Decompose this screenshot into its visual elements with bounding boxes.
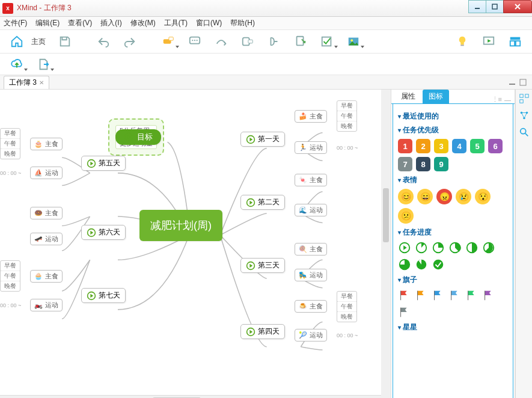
priority-6[interactable]: 6: [488, 139, 503, 153]
vertical-scrollbar[interactable]: [381, 90, 391, 398]
priority-5[interactable]: 5: [470, 139, 485, 153]
relationship-button[interactable]: [209, 32, 233, 51]
emoji-angry[interactable]: 😠: [436, 189, 452, 204]
minimize-button[interactable]: [468, 0, 486, 13]
summary-button[interactable]: [262, 32, 286, 51]
flag-purple[interactable]: [482, 289, 495, 302]
meals-list[interactable]: 早餐午餐晚餐: [337, 100, 357, 132]
topic-button[interactable]: [156, 32, 180, 51]
goal-boundary[interactable]: 目标 5公斤每周 更多运动量: [108, 118, 164, 156]
node-sport[interactable]: 🛹 运动: [30, 233, 63, 245]
priority-1[interactable]: 1: [398, 139, 412, 153]
node-sport[interactable]: 🏃 运动: [295, 141, 327, 154]
menu-edit[interactable]: 编辑(E): [35, 18, 60, 28]
priority-4[interactable]: 4: [452, 139, 466, 153]
center-topic[interactable]: 减肥计划(周): [139, 210, 222, 241]
priority-3[interactable]: 3: [434, 139, 448, 153]
idea-button[interactable]: [450, 32, 474, 51]
node-food[interactable]: 🧁 主食: [30, 270, 63, 283]
node-day2[interactable]: 第二天: [240, 195, 285, 210]
node-day1[interactable]: 第一天: [240, 132, 285, 147]
redo-button[interactable]: [118, 32, 142, 51]
present-button[interactable]: [477, 32, 501, 51]
progress-75[interactable]: [398, 258, 411, 271]
node-food[interactable]: 🍮 主食: [295, 300, 327, 313]
node-food[interactable]: 🍰 主食: [295, 110, 327, 123]
flag-cyan[interactable]: [448, 289, 462, 302]
canvas[interactable]: 减肥计划(周) 目标 5公斤每周 更多运动量 第一天 第二天 第三天 第四天 第…: [0, 90, 391, 398]
progress-25[interactable]: [432, 241, 445, 254]
emoji-grin[interactable]: 😄: [417, 189, 433, 204]
undo-button[interactable]: [91, 32, 115, 51]
outline-icon[interactable]: [519, 93, 530, 104]
menu-modify[interactable]: 修改(M): [130, 18, 156, 28]
meals-list[interactable]: 早餐午餐晚餐: [337, 291, 357, 322]
search-icon[interactable]: [519, 127, 530, 138]
progress-0[interactable]: [398, 241, 411, 254]
progress-100[interactable]: [432, 258, 445, 271]
section-stars[interactable]: 星星: [398, 322, 508, 332]
tab-attributes[interactable]: 属性: [395, 90, 421, 103]
tab-close-icon[interactable]: ✕: [39, 79, 44, 86]
section-progress[interactable]: 任务进度: [398, 227, 508, 237]
flag-orange[interactable]: [415, 289, 428, 302]
node-day3[interactable]: 第三天: [240, 258, 285, 273]
priority-2[interactable]: 2: [416, 139, 430, 153]
attach-button[interactable]: [289, 32, 313, 51]
node-sport[interactable]: 🏍️ 运动: [30, 299, 63, 311]
sidebar-menu-icon[interactable]: ⋮≡: [492, 96, 502, 103]
maximize-button[interactable]: [486, 0, 504, 13]
goal-node[interactable]: 目标: [115, 129, 161, 145]
section-recent[interactable]: 最近使用的: [398, 111, 508, 121]
progress-50[interactable]: [465, 241, 478, 254]
layout-button[interactable]: [503, 32, 527, 51]
progress-87[interactable]: [415, 258, 428, 271]
menu-tools[interactable]: 工具(T): [164, 18, 188, 28]
task-button[interactable]: [315, 32, 339, 51]
tab-workbook[interactable]: 工作簿 3 ✕: [4, 76, 49, 89]
priority-9[interactable]: 9: [434, 157, 448, 171]
node-food[interactable]: 🍭 主食: [295, 243, 327, 256]
flag-red[interactable]: [398, 289, 411, 302]
emoji-smile[interactable]: 😊: [398, 189, 414, 204]
flag-gray[interactable]: [398, 305, 411, 319]
progress-62[interactable]: [482, 241, 495, 254]
node-day5[interactable]: 第五天: [81, 156, 126, 171]
node-food[interactable]: 🍬 主食: [295, 174, 327, 186]
node-day6[interactable]: 第六天: [81, 225, 126, 240]
menu-insert[interactable]: 插入(I): [100, 18, 121, 28]
menu-file[interactable]: 文件(F): [4, 18, 27, 28]
emoji-meh[interactable]: 😕: [398, 208, 414, 224]
emoji-surprise[interactable]: 😯: [475, 189, 491, 204]
menu-window[interactable]: 窗口(W): [196, 18, 222, 28]
export-button[interactable]: [31, 55, 55, 73]
node-day7[interactable]: 第七天: [81, 288, 126, 303]
priority-7[interactable]: 7: [398, 157, 412, 171]
image-button[interactable]: [341, 32, 365, 51]
menu-help[interactable]: 帮助(H): [230, 18, 255, 28]
section-emotion[interactable]: 表情: [398, 175, 508, 185]
node-day4[interactable]: 第四天: [240, 324, 285, 339]
node-sport[interactable]: 🌊 运动: [295, 204, 327, 216]
node-sport[interactable]: 🛼 运动: [295, 269, 327, 281]
node-sport[interactable]: 🎾 运动: [295, 329, 327, 341]
section-flags[interactable]: 旗子: [398, 275, 508, 285]
priority-8[interactable]: 8: [416, 157, 430, 171]
sidebar-min-icon[interactable]: —: [504, 96, 511, 103]
menu-view[interactable]: 查看(V): [68, 18, 92, 28]
horizontal-scrollbar[interactable]: [0, 395, 381, 398]
home-button[interactable]: [5, 32, 29, 51]
section-priority[interactable]: 任务优先级: [398, 125, 508, 135]
note-button[interactable]: [183, 32, 207, 51]
tab-icons[interactable]: 图标: [423, 90, 449, 103]
flag-blue[interactable]: [432, 289, 445, 302]
meals-list[interactable]: 早餐午餐晚餐: [0, 260, 20, 292]
emoji-cry[interactable]: 😢: [456, 189, 471, 204]
cloud-upload-button[interactable]: [5, 55, 29, 73]
boundary-button[interactable]: [236, 32, 260, 51]
flag-green[interactable]: [465, 289, 478, 302]
progress-37[interactable]: [448, 241, 462, 254]
save-button[interactable]: [53, 32, 77, 51]
structure-icon[interactable]: [519, 110, 530, 121]
minimize-pane-icon[interactable]: [508, 78, 516, 87]
